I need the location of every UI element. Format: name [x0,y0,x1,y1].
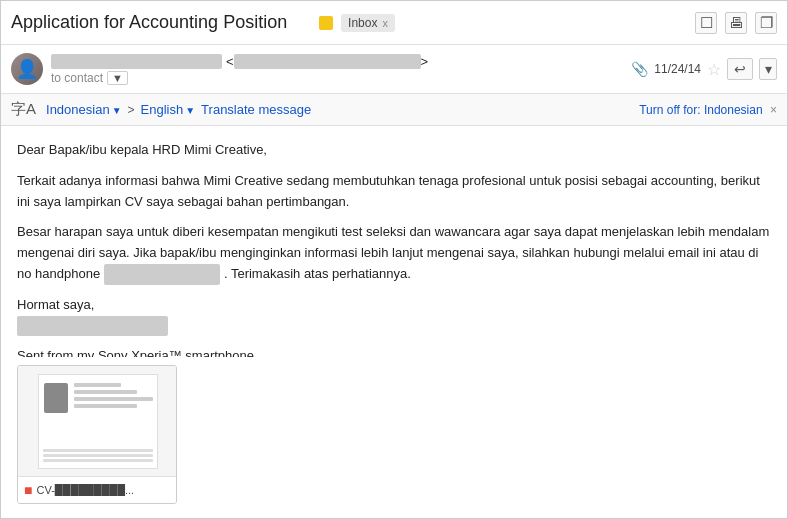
translate-bar: 字A Indonesian▼ > English▼ Translate mess… [1,94,787,126]
email-sent-from: Sent from my Sony Xperia™ smartphone [17,346,771,357]
turn-off-translation[interactable]: Turn off for: Indonesian × [639,103,777,117]
attachment-label: ■ CV-█████████... [18,476,176,503]
source-lang-button[interactable]: Indonesian▼ [46,102,122,117]
cv-preview [38,374,158,469]
more-options-button[interactable]: ▾ [759,58,777,80]
sender-row: 👤 ████████ ██ ██ █████ <████████████@gma… [1,45,787,94]
inbox-close-icon[interactable]: x [382,17,388,29]
to-label: to contact [51,71,103,85]
cv-bottom-line-3 [43,459,153,462]
cv-bottom-line-1 [43,449,153,452]
email-greeting: Dear Bapak/ibu kepala HRD Mimi Creative, [17,140,771,161]
new-window-button[interactable]: ❐ [755,12,777,34]
inbox-tag[interactable]: Inbox x [341,14,395,32]
turn-off-x-icon[interactable]: × [770,103,777,117]
label-tag-yellow[interactable] [319,16,333,30]
attachment-card[interactable]: ■ CV-█████████... [17,365,177,504]
email-header-bar: Application for Accounting Position Inbo… [1,1,787,45]
sender-info: ████████ ██ ██ █████ <████████████@gmail… [51,54,631,85]
to-dropdown[interactable]: ▼ [107,71,128,85]
inbox-label: Inbox [348,16,377,30]
email-body: Dear Bapak/ibu kepala HRD Mimi Creative,… [1,126,787,357]
avatar: 👤 [11,53,43,85]
cv-person-placeholder [44,383,68,413]
attachment-indicator-icon: 📎 [631,61,648,77]
cv-text-lines [74,383,153,411]
archive-button[interactable]: ☐ [695,12,717,34]
signature-name-blurred: █████ ████ ██████ [17,316,168,337]
cv-bottom-line-2 [43,454,153,457]
target-lang-button[interactable]: English▼ [141,102,196,117]
attachment-thumbnail [18,366,177,476]
email-container: Application for Accounting Position Inbo… [0,0,788,519]
cv-line-2 [74,390,137,394]
cv-line-4 [74,404,137,408]
email-paragraph1: Terkait adanya informasi bahwa Mimi Crea… [17,171,771,213]
sender-name-blurred: ████████ ██ ██ █████ [51,54,222,69]
lang-arrow-separator: > [128,103,135,117]
reply-button[interactable]: ↩ [727,58,753,80]
pdf-icon: ■ [24,482,32,498]
sender-name: ████████ ██ ██ █████ <████████████@gmail… [51,54,631,69]
email-paragraph2: Besar harapan saya untuk diberi kesempat… [17,222,771,284]
cv-bottom-lines [43,449,153,464]
email-date: 11/24/14 [654,62,701,76]
sender-email-blurred: ████████████@gmail.com [234,54,421,69]
translate-icon: 字A [11,100,36,119]
print-button[interactable]: 🖶 [725,12,747,34]
sender-meta: 📎 11/24/14 ☆ ↩ ▾ [631,58,777,80]
star-icon[interactable]: ☆ [707,60,721,79]
header-icons: ☐ 🖶 ❐ [695,12,777,34]
cv-line-1 [74,383,121,387]
email-closing: Hormat saya, █████ ████ ██████ [17,295,771,337]
email-title: Application for Accounting Position [11,12,311,33]
phone-number-blurred: ████████████ [104,264,221,285]
cv-line-3 [74,397,153,401]
avatar-image: 👤 [11,53,43,85]
attachment-filename: CV-█████████... [36,484,134,496]
attachment-section: ■ CV-█████████... [1,357,787,518]
sender-to: to contact ▼ [51,71,631,85]
translate-message-link[interactable]: Translate message [201,102,311,117]
